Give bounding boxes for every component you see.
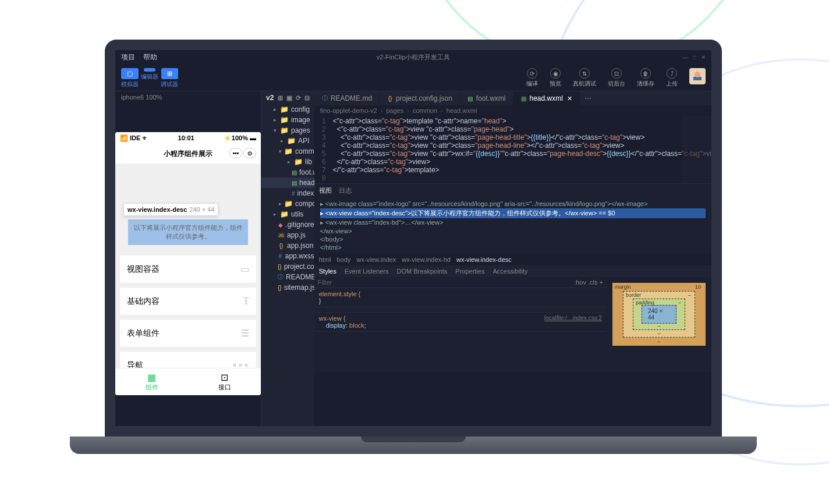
toolbar: ▢模拟器编辑器⊞调试器 ⟳编译◉预览⇅真机调试⊡切后台🗑清缓存⤴上传: [115, 65, 711, 91]
devtools-subtab-Styles[interactable]: Styles: [319, 268, 336, 275]
inspect-highlight: 以下将展示小程序官方组件能力，组件样式仅供参考。: [128, 219, 248, 245]
list-item[interactable]: 视图容器▭: [120, 255, 256, 283]
action-真机调试[interactable]: ⇅真机调试: [573, 68, 596, 88]
close-icon[interactable]: ✕: [701, 54, 706, 61]
file-app.json[interactable]: {}app.json: [261, 240, 314, 251]
toolbar-模拟器[interactable]: ▢模拟器: [121, 68, 139, 88]
breadcrumb: fino-applet-demo-v2›pages›common›head.wx…: [314, 105, 711, 116]
tab-foot.wxml[interactable]: ▤foot.wxml: [460, 91, 513, 105]
laptop-frame: 项目 帮助 v2-FinClip小程序开发工具 — □ ✕ ▢模拟器编辑器⊞调试…: [105, 40, 722, 454]
tab-project.config.json[interactable]: {}project.config.json: [380, 91, 460, 105]
list-item[interactable]: 导航∘∘∘: [120, 352, 256, 368]
simulator-panel: iphone6 100% 📶 IDE ᯤ 10:01 ⚡100% ▬ 小程序组件…: [115, 91, 261, 426]
phone-preview: 📶 IDE ᯤ 10:01 ⚡100% ▬ 小程序组件展示 ••• ⊙ wx-v…: [115, 132, 261, 395]
styles-panel[interactable]: Filter :hov .cls + element.style {}</spa…: [314, 277, 607, 372]
file-app.wxss[interactable]: #app.wxss: [261, 251, 314, 261]
dom-crumb[interactable]: wx-view.index-desc: [456, 256, 512, 263]
file-README.md[interactable]: ⓘREADME.md: [261, 272, 314, 282]
folder-utils[interactable]: ▸📁utils: [261, 209, 314, 219]
new-file-icon[interactable]: ⊞: [278, 94, 283, 102]
folder-image[interactable]: ▸📁image: [261, 115, 314, 125]
dom-crumb[interactable]: wx-view.index-hd: [402, 256, 451, 263]
folder-common[interactable]: ▾📁common: [261, 146, 314, 157]
editor-area: ⓘREADME.md{}project.config.json▤foot.wxm…: [314, 91, 711, 426]
list-item[interactable]: 表单组件☰: [120, 320, 256, 347]
tab-close-icon[interactable]: ✕: [567, 95, 572, 102]
dom-crumb[interactable]: html: [319, 256, 331, 263]
maximize-icon[interactable]: □: [693, 54, 696, 61]
toolbar-调试器[interactable]: ⊞调试器: [161, 68, 178, 88]
menubar: 项目 帮助 v2-FinClip小程序开发工具 — □ ✕: [115, 50, 711, 65]
styles-filter-input[interactable]: Filter: [314, 277, 571, 288]
tabs-more-icon[interactable]: ⋯: [580, 91, 596, 105]
ide-window: 项目 帮助 v2-FinClip小程序开发工具 — □ ✕ ▢模拟器编辑器⊞调试…: [115, 50, 711, 426]
folder-config[interactable]: ▸📁config: [261, 104, 314, 115]
file-head.wxml[interactable]: ▤head.wxml: [261, 178, 314, 188]
action-预览[interactable]: ◉预览: [550, 68, 561, 88]
dom-crumb[interactable]: body: [337, 256, 351, 263]
action-上传[interactable]: ⤴上传: [666, 68, 678, 88]
phone-tab-组件[interactable]: ▦组件: [115, 368, 188, 395]
avatar[interactable]: [689, 68, 706, 84]
tab-head.wxml[interactable]: ▤head.wxml✕: [513, 91, 580, 105]
phone-tab-接口[interactable]: ⊡接口: [188, 368, 261, 395]
folder-component[interactable]: ▸📁component: [261, 198, 314, 209]
refresh-icon[interactable]: ⟳: [296, 94, 301, 102]
capsule-menu-icon[interactable]: •••: [229, 148, 242, 158]
file-index.wxss[interactable]: #index.wxss: [261, 188, 314, 198]
dom-tree[interactable]: ▸ <wx-image class="index-logo" src="../r…: [314, 197, 711, 254]
file-explorer: v2 ⊞ ▣ ⟳ ⊟ ▸📁config▸📁image▾📁pages▸📁API▾📁…: [261, 91, 314, 426]
styles-filter-opts[interactable]: :hov .cls +: [571, 277, 607, 288]
file-foot.wxml[interactable]: ▤foot.wxml: [261, 167, 314, 178]
action-清缓存[interactable]: 🗑清缓存: [637, 68, 654, 88]
status-battery: ⚡100% ▬: [224, 134, 256, 142]
devtools-tab-视图[interactable]: 视图: [319, 186, 332, 195]
breadcrumb-seg[interactable]: common: [413, 107, 437, 114]
file-project.config.json[interactable]: {}project.config.json: [261, 261, 314, 272]
status-carrier: 📶 IDE ᯤ: [120, 134, 148, 142]
capsule-close-icon[interactable]: ⊙: [243, 148, 256, 158]
folder-API[interactable]: ▸📁API: [261, 136, 314, 146]
folder-pages[interactable]: ▾📁pages: [261, 125, 314, 136]
dom-breadcrumb[interactable]: htmlbodywx-view.indexwx-view.index-hdwx-…: [314, 254, 711, 265]
code-editor[interactable]: 1<"c-attr">class="c-tag">template "c-att…: [314, 116, 711, 183]
simulator-device[interactable]: iphone6 100%: [115, 91, 261, 103]
devtools-subtab-Accessibility[interactable]: Accessibility: [493, 268, 527, 275]
folder-lib[interactable]: ▸📁lib: [261, 157, 314, 167]
status-time: 10:01: [178, 134, 194, 142]
breadcrumb-seg[interactable]: head.wxml: [447, 107, 477, 114]
box-model: margin10 border– padding– 240 × 44 – – –: [607, 277, 711, 372]
action-切后台[interactable]: ⊡切后台: [608, 68, 625, 88]
new-folder-icon[interactable]: ▣: [286, 94, 292, 102]
devtools: 视图日志 ▸ <wx-image class="index-logo" src=…: [314, 183, 711, 372]
app-title: 小程序组件展示: [164, 150, 212, 158]
minimap[interactable]: [682, 116, 711, 183]
breadcrumb-seg[interactable]: fino-applet-demo-v2: [320, 107, 377, 114]
list-item[interactable]: 基础内容𝕋: [120, 288, 256, 315]
dom-crumb[interactable]: wx-view.index: [356, 256, 396, 263]
menu-help[interactable]: 帮助: [143, 52, 157, 62]
minimize-icon[interactable]: —: [682, 54, 688, 61]
toolbar-编辑器[interactable]: 编辑器: [141, 68, 158, 88]
action-编译[interactable]: ⟳编译: [526, 68, 538, 88]
project-root[interactable]: v2: [266, 94, 274, 102]
file-.gitignore[interactable]: ◆.gitignore: [261, 219, 314, 230]
menu-project[interactable]: 项目: [121, 52, 135, 62]
file-app.js[interactable]: JSapp.js: [261, 230, 314, 240]
collapse-icon[interactable]: ⊟: [304, 94, 310, 102]
tab-README.md[interactable]: ⓘREADME.md: [314, 91, 380, 105]
breadcrumb-seg[interactable]: pages: [386, 107, 403, 114]
devtools-subtab-Event Listeners[interactable]: Event Listeners: [345, 268, 389, 275]
devtools-subtab-DOM Breakpoints[interactable]: DOM Breakpoints: [397, 268, 448, 275]
file-sitemap.json[interactable]: {}sitemap.json: [261, 282, 314, 293]
devtools-subtab-Properties[interactable]: Properties: [455, 268, 484, 275]
window-title: v2-FinClip小程序开发工具: [377, 53, 451, 62]
devtools-tab-日志[interactable]: 日志: [339, 186, 352, 195]
inspect-tooltip: wx-view.index-desc240 × 44: [123, 203, 218, 216]
